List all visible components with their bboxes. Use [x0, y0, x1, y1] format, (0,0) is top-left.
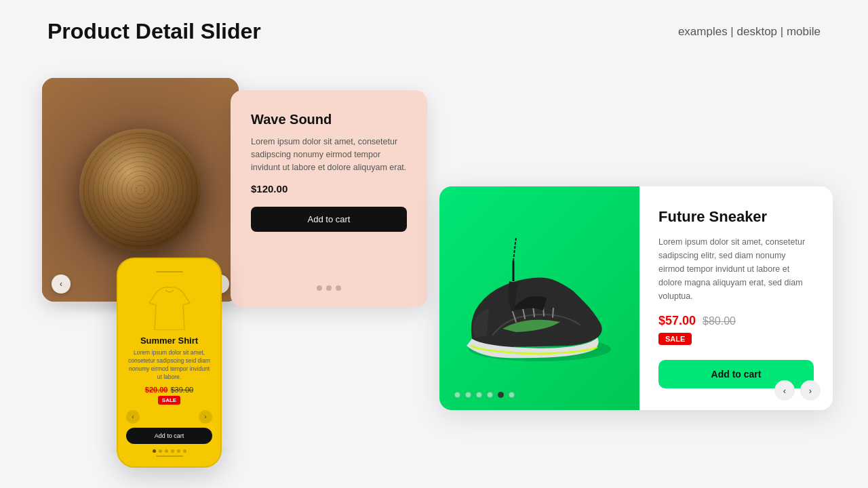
mobile-dot-5	[177, 449, 180, 453]
mobile-prev-button[interactable]: ‹	[126, 410, 140, 424]
mobile-dot-2	[159, 449, 162, 453]
mobile-product-description: Lorem ipsum dolor sit amet, consetetur s…	[126, 349, 212, 382]
mobile-add-to-cart-button[interactable]: Add to cart	[126, 428, 212, 444]
sneaker-illustration	[452, 224, 628, 373]
mobile-product-title: Summer Shirt	[140, 336, 198, 346]
sneaker-dot-1	[454, 392, 460, 398]
sneaker-next-button[interactable]: ›	[800, 380, 821, 401]
sneaker-prices: $57.00 $80.00	[658, 314, 814, 328]
speaker-circle	[79, 129, 201, 251]
sneaker-info-panel: Future Sneaker Lorem ipsum dolor sit ame…	[639, 186, 833, 410]
sneaker-title: Future Sneaker	[658, 208, 814, 226]
svg-line-2	[513, 237, 516, 261]
sneaker-dot-4	[487, 392, 493, 398]
sneaker-sale-badge: SALE	[658, 333, 692, 345]
wave-sound-card: Wave Sound Lorem ipsum dolor sit amet, c…	[231, 90, 427, 307]
sneaker-image-panel	[439, 186, 639, 410]
mobile-dot-3	[165, 449, 168, 453]
sneaker-dot-5	[498, 392, 504, 398]
sneaker-card: Future Sneaker Lorem ipsum dolor sit ame…	[439, 186, 833, 410]
mobile-price-sale: $20.00	[145, 386, 168, 394]
mobile-dot-4	[171, 449, 174, 453]
mobile-prices: $20.00 $39.00	[145, 386, 193, 394]
mobile-product-image	[139, 279, 200, 330]
shirt-icon	[142, 279, 197, 330]
header-nav[interactable]: examples | desktop | mobile	[678, 25, 821, 39]
page-title: Product Detail Slider	[47, 19, 261, 44]
mobile-card: Summer Shirt Lorem ipsum dolor sit amet,…	[117, 258, 222, 468]
dot-2	[326, 285, 332, 291]
mobile-notch	[156, 271, 183, 272]
dot-1	[317, 285, 322, 291]
wave-sound-description: Lorem ipsum dolor sit amet, consetetur s…	[251, 136, 407, 174]
mobile-price-original: $39.00	[171, 386, 194, 394]
mobile-nav: ‹ ›	[126, 410, 212, 424]
wave-sound-add-to-cart-button[interactable]: Add to cart	[251, 207, 407, 232]
sneaker-price-sale: $57.00	[658, 314, 696, 328]
mobile-home-bar	[156, 455, 183, 457]
mobile-dots	[153, 449, 186, 453]
sneaker-nav: ‹ ›	[774, 380, 821, 401]
speaker-prev-button[interactable]: ‹	[52, 274, 71, 293]
sneaker-price-original: $80.00	[703, 315, 736, 327]
dot-3	[336, 285, 341, 291]
sneaker-dots	[454, 392, 515, 398]
mobile-sale-badge: SALE	[158, 396, 180, 405]
mobile-dot-1	[153, 449, 156, 453]
wave-sound-price: $120.00	[251, 183, 407, 195]
sneaker-prev-button[interactable]: ‹	[774, 380, 795, 401]
mobile-next-button[interactable]: ›	[199, 410, 212, 424]
wave-sound-content: Wave Sound Lorem ipsum dolor sit amet, c…	[251, 112, 407, 232]
mobile-dot-6	[183, 449, 186, 453]
sneaker-dot-3	[476, 392, 482, 398]
wave-sound-title: Wave Sound	[251, 112, 407, 127]
sneaker-description: Lorem ipsum dolor sit amet, consetetur s…	[658, 235, 814, 303]
wave-sound-dots	[251, 285, 407, 291]
sneaker-dot-6	[509, 392, 515, 398]
sneaker-dot-2	[465, 392, 471, 398]
